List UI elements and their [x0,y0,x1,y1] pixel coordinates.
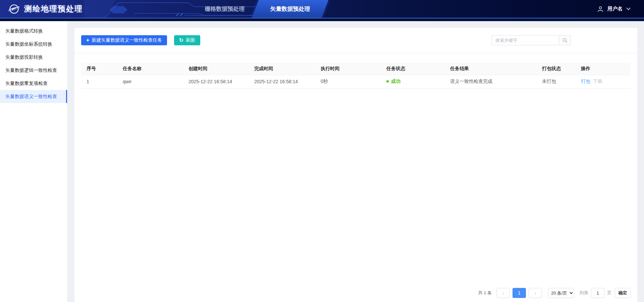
refresh-button[interactable]: ↻ 刷新 [174,35,200,45]
next-page-button[interactable]: › [529,288,542,298]
app-logo-icon [8,3,20,15]
sidebar: 矢量数据格式转换 矢量数据坐标系统转换 矢量数据投影转换 矢量数据逻辑一致性检查… [0,21,67,302]
tab-raster-preprocess[interactable]: 栅格数据预处理 [196,0,253,18]
refresh-icon: ↻ [179,38,183,43]
column-header-package-status: 打包状态 [537,63,576,75]
table-header-row: 序号 任务名称 创建时间 完成时间 执行时间 任务状态 任务结果 打包状态 操作 [81,63,631,75]
page-number-button[interactable]: 1 [513,288,526,298]
sidebar-item-semantic-consistency-check[interactable]: 矢量数据语义一致性检查 [0,90,67,103]
column-header-task-result: 任务结果 [445,63,537,75]
sidebar-item-format-convert[interactable]: 矢量数据格式转换 [0,24,67,38]
top-tabs: 栅格数据预处理 矢量数据预处理 [196,0,327,18]
column-header-task-status: 任务状态 [381,63,445,75]
plus-icon: + [86,38,89,43]
search-box [492,35,571,45]
cell-package-status: 未打包 [537,75,576,88]
pagination-total: 共 1 条 [478,290,492,296]
sidebar-item-duplicate-check[interactable]: 矢量数据重复项检查 [0,77,67,90]
goto-confirm-button[interactable]: 确定 [615,288,631,298]
page-title: 测绘地理预处理 [24,4,83,14]
prev-page-button[interactable]: ‹ [496,288,510,298]
cell-actions: 打包下载 [576,75,631,88]
user-name: 用户名 [607,6,623,12]
cell-task-result: 语义一致性检查完成 [445,75,537,88]
cell-created-time: 2025-12-22 16:58:14 [183,75,249,88]
pagination: 共 1 条 ‹ 1 › 20 条/页 到第 页 确定 [478,288,631,298]
search-icon [562,38,568,43]
status-text: 成功 [391,79,400,84]
column-header-duration: 执行时间 [315,63,381,75]
search-input[interactable] [492,35,559,45]
table-row: 1 qwe 2025-12-22 16:58:14 2025-12-22 16:… [81,75,631,88]
toolbar-divider [74,53,637,53]
column-header-finished-time: 完成时间 [249,63,315,75]
sidebar-item-coordinate-convert[interactable]: 矢量数据坐标系统转换 [0,38,67,51]
package-action-link[interactable]: 打包 [581,79,590,84]
logo-area: 测绘地理预处理 [8,0,83,18]
user-icon [597,6,604,12]
column-header-index: 序号 [81,63,117,75]
main-panel: + 新建矢量数据语义一致性检查任务 ↻ 刷新 序号 [74,28,637,302]
search-button[interactable] [559,35,571,45]
cell-finished-time: 2025-12-22 16:58:14 [249,75,315,88]
goto-page-prefix: 到第 [580,290,588,296]
cell-task-name: qwe [117,75,183,88]
next-page-icon: › [535,290,536,296]
sidebar-item-logic-consistency-check[interactable]: 矢量数据逻辑一致性检查 [0,64,67,77]
user-menu[interactable]: 用户名 [597,0,631,18]
new-task-button[interactable]: + 新建矢量数据语义一致性检查任务 [81,35,167,45]
prev-page-icon: ‹ [502,290,504,296]
goto-page-suffix: 页 [607,290,611,296]
cell-duration: 0秒 [315,75,381,88]
tab-vector-preprocess[interactable]: 矢量数据预处理 [253,0,327,18]
task-table: 序号 任务名称 创建时间 完成时间 执行时间 任务状态 任务结果 打包状态 操作… [81,63,631,89]
column-header-created-time: 创建时间 [183,63,249,75]
cell-task-status: 成功 [381,75,445,88]
sidebar-item-projection-convert[interactable]: 矢量数据投影转换 [0,51,67,64]
app-header: 测绘地理预处理 栅格数据预处理 矢量数据预处理 用户名 [0,0,644,18]
goto-page-input[interactable] [591,288,604,298]
page-size-select[interactable]: 20 条/页 [548,288,574,298]
chevron-down-icon [626,7,631,10]
status-dot-icon [386,80,389,83]
column-header-actions: 操作 [576,63,631,75]
header-dark-strip [0,18,644,21]
download-action-link[interactable]: 下载 [593,79,602,84]
toolbar: + 新建矢量数据语义一致性检查任务 ↻ 刷新 [74,28,637,45]
column-header-task-name: 任务名称 [117,63,183,75]
cell-index: 1 [81,75,117,88]
